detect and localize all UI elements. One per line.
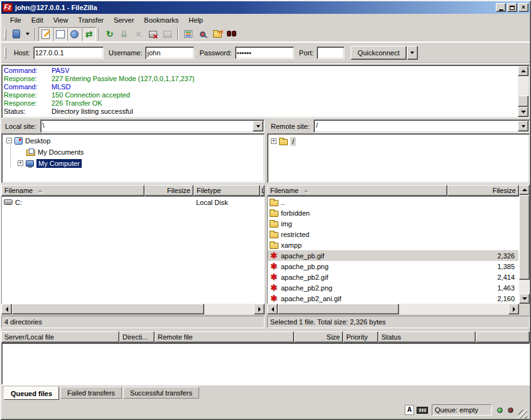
filter-button[interactable] (181, 27, 195, 41)
port-input[interactable] (317, 47, 344, 59)
refresh-icon: ↻ (106, 29, 114, 39)
remote-file-row[interactable]: ✱apache_pb2.gif2,414 (268, 272, 518, 282)
menu-edit[interactable]: Edit (26, 15, 48, 25)
queue-column-status[interactable]: Status (378, 331, 476, 343)
scroll-up-button[interactable] (518, 66, 528, 76)
menu-server[interactable]: Server (109, 15, 139, 25)
menu-view[interactable]: View (48, 15, 74, 25)
image-file-icon: ✱ (270, 251, 278, 260)
refresh-button[interactable]: ↻ (102, 27, 117, 41)
expand-icon[interactable]: + (18, 160, 23, 166)
queue-column-size[interactable]: Size (294, 331, 343, 343)
file-cell-type: Local Disk (194, 199, 228, 206)
tree-item-my-documents[interactable]: My Documents (26, 146, 84, 157)
site-manager-button[interactable] (9, 27, 23, 41)
tree-item-root[interactable]: + / (271, 136, 296, 146)
disconnect-button[interactable]: ✕ (146, 27, 160, 41)
remote-tree: + / (267, 133, 530, 183)
tab-queued-files[interactable]: Queued files (4, 387, 59, 400)
cancel-button[interactable]: ✕ (131, 27, 146, 41)
process-queue-button[interactable]: ⇊ (117, 27, 131, 41)
local-column-filename[interactable]: Filename (1, 185, 145, 196)
toggle-local-tree-button[interactable] (53, 27, 67, 41)
local-column-last-modified[interactable]: L (260, 185, 265, 196)
transfer-type-ascii-icon[interactable]: A (405, 405, 414, 415)
scroll-left-button[interactable] (267, 304, 278, 314)
remote-file-row-selected[interactable]: ✱apache_pb.gif2,326 (268, 250, 518, 261)
menu-file[interactable]: File (5, 15, 26, 25)
scrollbar-thumb[interactable] (518, 96, 528, 107)
remote-dir-row[interactable]: xampp (268, 240, 518, 250)
toggle-queue-button[interactable]: ⇄ (82, 27, 96, 41)
scroll-down-button[interactable] (519, 294, 530, 304)
remote-dir-row[interactable]: restricted (268, 229, 518, 240)
chevron-down-icon (256, 125, 260, 128)
menu-transfer[interactable]: Transfer (73, 15, 109, 25)
password-input[interactable] (235, 47, 294, 59)
scroll-left-button[interactable] (1, 304, 12, 314)
toggle-log-button[interactable] (38, 27, 53, 41)
menu-help[interactable]: Help (183, 15, 208, 25)
close-button[interactable]: × (518, 3, 528, 12)
remote-file-row[interactable]: ✱apache_pb.png1,385 (268, 261, 518, 272)
expand-icon[interactable]: + (271, 138, 276, 144)
reconnect-button[interactable] (160, 27, 175, 41)
quickconnect-button[interactable]: Quickconnect (351, 46, 407, 60)
remote-file-row[interactable]: ✱apache_pb2_ani.gif2,160 (268, 293, 518, 304)
scrollbar-thumb[interactable] (519, 195, 530, 280)
local-list-header: Filename Filesize Filetype L (1, 185, 265, 196)
quickbar-grip[interactable] (4, 47, 6, 58)
remote-site-combo[interactable]: / (314, 119, 530, 133)
username-input[interactable] (145, 47, 194, 59)
local-hscrollbar[interactable] (1, 304, 265, 314)
queue-list[interactable] (1, 343, 530, 385)
scroll-right-button[interactable] (254, 304, 265, 314)
scrollbar-thumb[interactable] (12, 304, 204, 314)
queue-column-remote-file[interactable]: Remote file (155, 331, 294, 343)
local-file-row[interactable]: C: Local Disk (2, 197, 264, 207)
quickconnect-dropdown-button[interactable] (407, 46, 418, 60)
remote-file-row[interactable]: ✱apache_pb2.png1,463 (268, 282, 518, 293)
synchronized-browsing-button[interactable]: ⇄ (210, 27, 224, 41)
remote-site-dropdown-button[interactable] (518, 121, 528, 131)
log-scrollbar[interactable] (518, 66, 528, 117)
remote-column-filename[interactable]: Filename (267, 185, 447, 196)
compare-directories-button[interactable] (195, 27, 210, 41)
minimize-button[interactable] (496, 3, 506, 12)
remote-hscrollbar[interactable] (267, 304, 519, 314)
tree-item-desktop[interactable]: − Desktop (6, 135, 50, 146)
menu-bookmarks[interactable]: Bookmarks (139, 15, 183, 25)
queue-column-server-local-file[interactable]: Server/Local file (1, 331, 119, 343)
local-column-filesize[interactable]: Filesize (145, 185, 194, 196)
find-files-button[interactable] (224, 27, 239, 41)
remote-vscrollbar[interactable] (519, 185, 530, 304)
local-column-filetype[interactable]: Filetype (194, 185, 260, 196)
tree-item-label: Desktop (25, 137, 50, 145)
scroll-up-button[interactable] (519, 185, 530, 195)
scroll-right-button[interactable] (508, 304, 519, 314)
local-site-combo[interactable]: \ (40, 119, 265, 133)
queue-column-priority[interactable]: Priority (343, 331, 378, 343)
title-bar[interactable]: Fz john@127.0.0.1 - FileZilla × (1, 1, 530, 14)
tab-failed-transfers[interactable]: Failed transfers (60, 387, 122, 399)
host-input[interactable] (33, 47, 104, 59)
resize-grip[interactable] (518, 410, 527, 419)
encryption-indicator-icon[interactable] (417, 407, 428, 414)
scroll-down-button[interactable] (518, 107, 528, 117)
queue-column-direction[interactable]: Directi... (119, 331, 155, 343)
collapse-icon[interactable]: − (6, 138, 12, 143)
site-manager-dropdown-button[interactable] (23, 27, 32, 41)
toolbar-grip[interactable] (4, 28, 6, 40)
toolbar: ⇄ ↻ ⇊ ✕ ✕ ⇄ (1, 26, 530, 43)
remote-site-label: Remote site: (267, 123, 314, 130)
maximize-button[interactable] (507, 3, 517, 12)
local-site-dropdown-button[interactable] (253, 121, 263, 131)
tree-item-my-computer[interactable]: + My Computer (18, 158, 82, 169)
tab-successful-transfers[interactable]: Successful transfers (123, 387, 199, 399)
remote-dir-row[interactable]: .. (268, 197, 518, 207)
toggle-remote-tree-button[interactable] (67, 27, 82, 41)
remote-column-filesize[interactable]: Filesize (447, 185, 519, 196)
remote-dir-row[interactable]: img (268, 218, 518, 229)
remote-dir-row[interactable]: forbidden (268, 207, 518, 218)
scrollbar-thumb[interactable] (278, 304, 399, 314)
